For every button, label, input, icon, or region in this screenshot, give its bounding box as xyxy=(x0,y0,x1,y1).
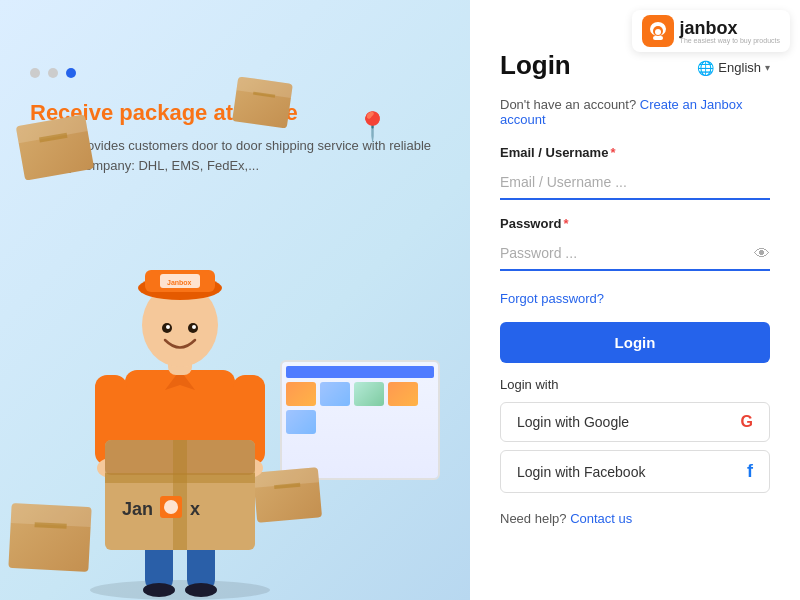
delivery-man-illustration: Janbox Jan x xyxy=(50,170,310,600)
svg-point-32 xyxy=(655,29,661,35)
svg-point-27 xyxy=(164,500,178,514)
svg-rect-33 xyxy=(653,36,663,40)
svg-rect-24 xyxy=(105,473,255,483)
carousel-dots[interactable] xyxy=(30,68,76,78)
email-required-marker: * xyxy=(610,145,615,160)
svg-point-20 xyxy=(192,325,196,329)
dot-3[interactable] xyxy=(66,68,76,78)
login-button[interactable]: Login xyxy=(500,322,770,363)
location-pin-icon: 📍 xyxy=(355,110,390,143)
title-lang-row: Login 🌐 English ▾ xyxy=(500,50,770,85)
mini-card-3 xyxy=(354,382,384,406)
password-form-group: Password* 👁 xyxy=(500,216,770,271)
password-label: Password* xyxy=(500,216,770,231)
left-panel: Receive package at home Janbox provides … xyxy=(0,0,470,600)
mini-card-4 xyxy=(388,382,418,406)
page-title: Login xyxy=(500,50,571,81)
help-text: Need help? xyxy=(500,511,567,526)
signup-prompt-text: Don't have an account? xyxy=(500,97,636,112)
package-box-2 xyxy=(232,76,293,128)
google-button-label: Login with Google xyxy=(517,414,629,430)
right-panel: Login 🌐 English ▾ Don't have an account?… xyxy=(470,0,800,600)
logo-icon xyxy=(642,15,674,47)
forgot-password-link[interactable]: Forgot password? xyxy=(500,291,770,306)
globe-icon: 🌐 xyxy=(697,60,714,76)
language-label: English xyxy=(718,60,761,75)
dot-1[interactable] xyxy=(30,68,40,78)
login-google-button[interactable]: Login with Google G xyxy=(500,402,770,442)
svg-point-19 xyxy=(166,325,170,329)
email-label: Email / Username* xyxy=(500,145,770,160)
login-facebook-button[interactable]: Login with Facebook f xyxy=(500,450,770,493)
email-form-group: Email / Username* xyxy=(500,145,770,200)
svg-text:x: x xyxy=(190,499,200,519)
svg-text:Jan: Jan xyxy=(122,499,153,519)
svg-point-3 xyxy=(143,583,175,597)
dot-2[interactable] xyxy=(48,68,58,78)
toggle-password-icon[interactable]: 👁 xyxy=(754,245,770,263)
help-row: Need help? Contact us xyxy=(500,511,770,526)
logo-text-group: janbox The easiest way to buy products xyxy=(680,18,780,44)
mini-card-2 xyxy=(320,382,350,406)
logo-tagline: The easiest way to buy products xyxy=(680,37,780,44)
svg-point-0 xyxy=(90,580,270,600)
language-selector[interactable]: 🌐 English ▾ xyxy=(697,60,770,76)
password-required-marker: * xyxy=(563,216,568,231)
svg-text:Janbox: Janbox xyxy=(167,279,192,286)
google-icon: G xyxy=(741,413,753,431)
top-logo: janbox The easiest way to buy products xyxy=(632,10,790,52)
login-with-label: Login with xyxy=(500,377,770,392)
logo-brand-name: janbox xyxy=(680,18,738,38)
svg-rect-23 xyxy=(173,440,187,550)
password-input[interactable] xyxy=(500,237,770,271)
password-input-wrapper: 👁 xyxy=(500,237,770,271)
email-input[interactable] xyxy=(500,166,770,200)
email-input-wrapper xyxy=(500,166,770,200)
contact-link[interactable]: Contact us xyxy=(570,511,632,526)
svg-point-4 xyxy=(185,583,217,597)
chevron-down-icon: ▾ xyxy=(765,62,770,73)
facebook-icon: f xyxy=(747,461,753,482)
signup-prompt-row: Don't have an account? Create an Janbox … xyxy=(500,97,770,127)
facebook-button-label: Login with Facebook xyxy=(517,464,645,480)
